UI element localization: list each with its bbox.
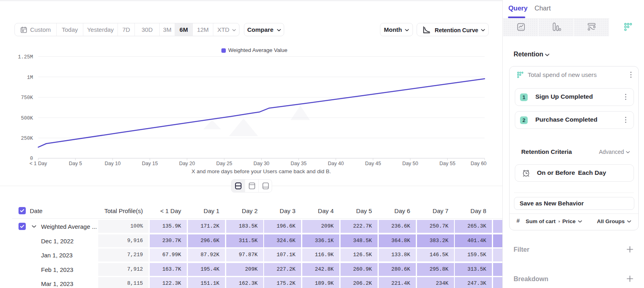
svg-text:Day 50: Day 50 [402, 161, 418, 166]
svg-text:Day 5: Day 5 [69, 161, 82, 166]
svg-text:500K: 500K [21, 116, 33, 121]
svg-text:< 1 Day: < 1 Day [29, 161, 47, 166]
svg-text:Day 55: Day 55 [440, 161, 456, 166]
svg-text:Day 45: Day 45 [365, 161, 381, 166]
svg-text:Day 60: Day 60 [471, 161, 487, 166]
svg-text:Day 10: Day 10 [105, 161, 121, 166]
svg-text:Day 40: Day 40 [328, 161, 344, 166]
svg-text:250K: 250K [21, 136, 33, 141]
svg-text:Day 25: Day 25 [216, 161, 232, 166]
svg-text:1M: 1M [27, 75, 33, 81]
svg-text:1.25M: 1.25M [18, 54, 33, 60]
svg-text:Day 20: Day 20 [179, 161, 195, 166]
svg-text:Day 35: Day 35 [291, 161, 307, 166]
svg-text:750K: 750K [21, 95, 33, 101]
svg-text:Day 15: Day 15 [142, 161, 158, 166]
svg-text:Day 30: Day 30 [254, 161, 270, 166]
